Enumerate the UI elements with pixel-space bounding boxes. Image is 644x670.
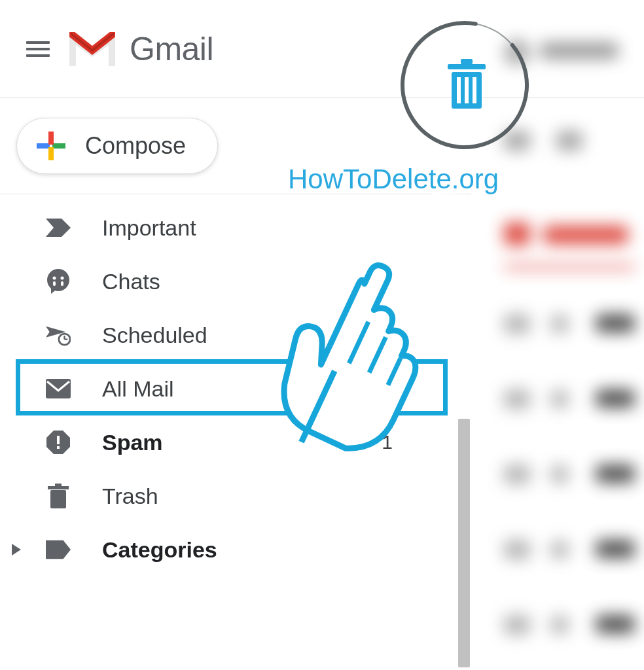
svg-rect-7 — [473, 77, 476, 103]
sidebar-item-label: Scheduled — [102, 323, 471, 348]
svg-marker-33 — [12, 544, 21, 555]
howtodelete-watermark-icon — [393, 13, 537, 157]
svg-marker-34 — [46, 540, 71, 559]
sidebar-item-all-mail[interactable]: All Mail — [0, 362, 471, 415]
svg-rect-31 — [48, 486, 69, 489]
compose-label: Compose — [85, 132, 186, 160]
sidebar-item-label: All Mail — [102, 376, 471, 402]
svg-point-15 — [47, 269, 69, 291]
svg-rect-11 — [52, 143, 65, 149]
plus-icon — [37, 132, 65, 160]
envelope-icon — [46, 376, 71, 401]
svg-marker-14 — [46, 219, 71, 237]
sidebar-nav-list: Important Chats Scheduled — [0, 201, 471, 576]
svg-point-17 — [53, 277, 56, 280]
svg-rect-6 — [465, 77, 469, 103]
chats-icon — [46, 269, 71, 294]
svg-rect-30 — [50, 490, 66, 508]
svg-rect-18 — [53, 281, 56, 286]
sidebar-item-categories[interactable]: Categories — [0, 523, 471, 576]
sidebar-item-label: Important — [102, 215, 471, 241]
howtodelete-watermark-text: HowToDelete.org — [288, 164, 499, 195]
svg-rect-26 — [46, 379, 71, 398]
svg-rect-5 — [457, 77, 461, 103]
svg-rect-13 — [48, 147, 54, 160]
trash-bin-icon — [46, 484, 71, 508]
app-name: Gmail — [130, 30, 213, 68]
scheduled-icon — [46, 323, 71, 347]
sidebar-item-spam[interactable]: Spam 1 — [0, 415, 471, 469]
sidebar-item-chats[interactable]: Chats — [0, 255, 471, 308]
sidebar-item-scheduled[interactable]: Scheduled — [0, 308, 471, 362]
app-header: Gmail — [0, 0, 644, 98]
svg-rect-9 — [461, 59, 473, 64]
sidebar-item-important[interactable]: Important — [0, 201, 471, 255]
trash-icon — [445, 59, 488, 110]
label-icon — [46, 537, 71, 562]
sidebar-item-label: Categories — [102, 537, 471, 563]
sidebar-scrollbar-thumb[interactable] — [458, 419, 470, 667]
important-icon — [46, 215, 71, 240]
svg-rect-12 — [48, 132, 54, 145]
sidebar-item-trash[interactable]: Trash — [0, 469, 471, 523]
main-menu-button[interactable] — [26, 41, 50, 57]
svg-rect-20 — [61, 281, 63, 286]
sidebar-item-label: Chats — [102, 269, 471, 294]
svg-point-19 — [61, 277, 64, 280]
svg-rect-32 — [55, 484, 62, 486]
svg-rect-29 — [57, 446, 60, 449]
gmail-logo[interactable]: Gmail — [69, 30, 213, 68]
compose-button[interactable]: Compose — [16, 118, 218, 174]
sidebar-item-label: Spam — [102, 430, 350, 455]
expand-caret-icon — [12, 544, 21, 555]
svg-rect-8 — [448, 64, 486, 69]
spam-icon — [46, 430, 71, 455]
sidebar-item-count: 1 — [382, 431, 393, 453]
gmail-m-icon — [69, 32, 115, 66]
svg-rect-28 — [57, 436, 60, 444]
svg-rect-10 — [37, 143, 50, 149]
sidebar-item-label: Trash — [102, 484, 471, 509]
